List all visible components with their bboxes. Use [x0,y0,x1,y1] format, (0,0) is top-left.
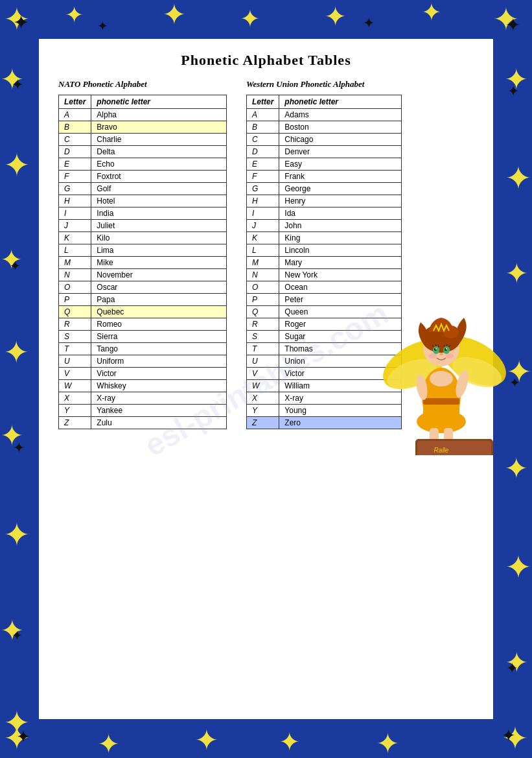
phonetic-cell: King [279,232,402,244]
letter-cell: D [247,146,279,158]
table-row: AAlpha [59,109,227,121]
letter-cell: Q [59,306,91,318]
table-row: EEasy [247,158,402,171]
phonetic-cell: Quebec [91,306,227,318]
table-row: SSierra [59,331,227,343]
phonetic-cell: Zulu [91,417,227,429]
wu-col-letter: Letter [247,95,279,109]
letter-cell: Q [247,306,279,318]
letter-cell: W [59,380,91,392]
svg-point-21 [435,348,437,349]
svg-rect-34 [417,441,491,455]
letter-cell: C [247,134,279,146]
letter-cell: I [59,207,91,220]
letter-cell: P [59,294,91,306]
letter-cell: Y [247,405,279,417]
letter-cell: G [59,183,91,195]
phonetic-cell: Sierra [91,331,227,343]
table-row: EEcho [59,158,227,171]
table-row: UUniform [59,355,227,368]
letter-cell: B [247,121,279,134]
page-title: Phonetic Alphabet Tables [58,52,474,69]
letter-cell: A [247,109,279,121]
letter-cell: E [247,158,279,171]
letter-cell: H [59,195,91,207]
letter-cell: I [247,207,279,220]
letter-cell: P [247,294,279,306]
letter-cell: M [59,257,91,269]
table-row: VVictor [59,368,227,380]
letter-cell: V [247,368,279,380]
letter-cell: S [59,331,91,343]
letter-cell: L [247,244,279,257]
svg-point-30 [429,353,437,359]
table-row: CChicago [247,134,402,146]
letter-cell: F [59,171,91,183]
phonetic-cell: Yankee [91,405,227,417]
svg-point-6 [417,410,466,433]
nato-table: Letter phonetic letter AAlphaBBravoCChar… [58,95,227,429]
table-row: GGolf [59,183,227,195]
phonetic-cell: Victor [91,368,227,380]
table-row: WWhiskey [59,380,227,392]
letter-cell: T [247,343,279,355]
table-row: BBoston [247,121,402,134]
nato-col-phonetic: phonetic letter [91,95,227,109]
phonetic-cell: Bravo [91,121,227,134]
table-row: DDelta [59,146,227,158]
phonetic-cell: Romeo [91,318,227,331]
table-row: BBravo [59,121,227,134]
phonetic-cell: Adams [279,109,402,121]
phonetic-cell: Mike [91,257,227,269]
letter-cell: F [247,171,279,183]
phonetic-cell: Whiskey [91,380,227,392]
letter-cell: R [247,318,279,331]
table-row: AAdams [247,109,402,121]
letter-cell: J [247,220,279,232]
svg-text:Ralle: Ralle [434,447,449,454]
letter-cell: E [59,158,91,171]
table-row: JJohn [247,220,402,232]
phonetic-cell: Papa [91,294,227,306]
phonetic-cell: November [91,269,227,281]
phonetic-cell: George [279,183,402,195]
letter-cell: V [59,368,91,380]
table-row: FFrank [247,171,402,183]
svg-point-32 [430,371,453,386]
svg-point-29 [439,353,443,355]
table-row: CCharlie [59,134,227,146]
letter-cell: H [247,195,279,207]
letter-cell: M [247,257,279,269]
phonetic-cell: Golf [91,183,227,195]
table-row: YYankee [59,405,227,417]
phonetic-cell: Easy [279,158,402,171]
content-area: esl-printables.com Phonetic Alphabet Tab… [39,39,493,719]
letter-cell: U [59,355,91,368]
letter-cell: G [247,183,279,195]
phonetic-cell: Tango [91,343,227,355]
letter-cell: T [59,343,91,355]
nato-section: NATO Phonetic Alphabet Letter phonetic l… [58,79,227,429]
letter-cell: J [59,220,91,232]
wu-col-phonetic: phonetic letter [279,95,402,109]
svg-point-31 [446,353,454,359]
letter-cell: K [247,232,279,244]
table-row: HHotel [59,195,227,207]
letter-cell: Y [59,405,91,417]
letter-cell: C [59,134,91,146]
table-row: HHenry [247,195,402,207]
table-row: TTango [59,343,227,355]
phonetic-cell: Lima [91,244,227,257]
fairy-illustration: Ralle [376,248,506,442]
table-row: KKilo [59,232,227,244]
nato-section-title: NATO Phonetic Alphabet [58,79,227,89]
wu-section-title: Western Union Phonetic Alphabet [246,79,474,89]
table-row: RRomeo [59,318,227,331]
phonetic-cell: X-ray [91,392,227,405]
phonetic-cell: Delta [91,146,227,158]
table-row: IIndia [59,207,227,220]
letter-cell: R [59,318,91,331]
table-row: NNovember [59,269,227,281]
table-row: JJuliet [59,220,227,232]
phonetic-cell: Juliet [91,220,227,232]
